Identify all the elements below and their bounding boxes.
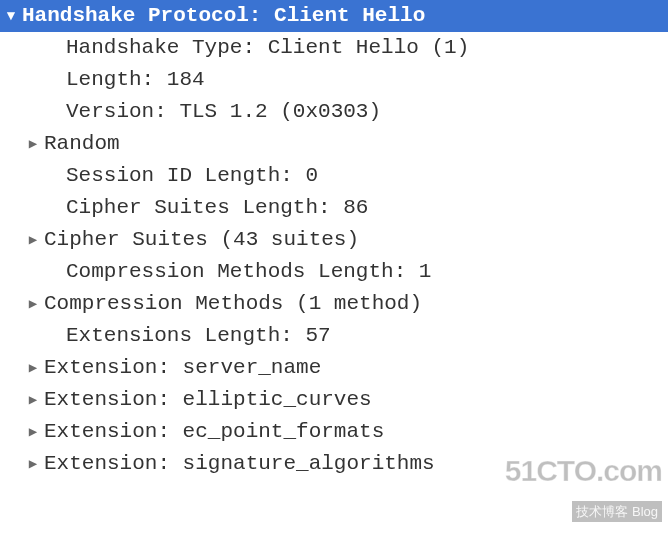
tree-node[interactable]: Session ID Length: 0: [0, 160, 668, 192]
tree-node-label: Compression Methods Length: 1: [66, 256, 431, 288]
tree-node[interactable]: ▶Compression Methods (1 method): [0, 288, 668, 320]
expand-arrow-icon[interactable]: ▶: [22, 358, 44, 379]
tree-node[interactable]: ▶Extension: signature_algorithms: [0, 448, 668, 480]
tree-node[interactable]: Cipher Suites Length: 86: [0, 192, 668, 224]
expand-arrow-icon[interactable]: ▶: [22, 134, 44, 155]
tree-node-label: Cipher Suites Length: 86: [66, 192, 368, 224]
tree-node[interactable]: Handshake Type: Client Hello (1): [0, 32, 668, 64]
tree-node[interactable]: Version: TLS 1.2 (0x0303): [0, 96, 668, 128]
tree-node-label: Version: TLS 1.2 (0x0303): [66, 96, 381, 128]
expand-arrow-icon[interactable]: ▼: [0, 6, 22, 27]
tree-node-label: Compression Methods (1 method): [44, 288, 422, 320]
tree-node-label: Extensions Length: 57: [66, 320, 331, 352]
expand-arrow-icon[interactable]: ▶: [22, 390, 44, 411]
tree-node-label: Cipher Suites (43 suites): [44, 224, 359, 256]
tree-node-label: Handshake Protocol: Client Hello: [22, 0, 425, 32]
tree-node-label: Length: 184: [66, 64, 205, 96]
tree-node[interactable]: Length: 184: [0, 64, 668, 96]
expand-arrow-icon[interactable]: ▶: [22, 230, 44, 251]
tree-node-label: Handshake Type: Client Hello (1): [66, 32, 469, 64]
tree-node[interactable]: ▶Extension: server_name: [0, 352, 668, 384]
tree-node[interactable]: Compression Methods Length: 1: [0, 256, 668, 288]
tree-node[interactable]: ▶Extension: ec_point_formats: [0, 416, 668, 448]
expand-arrow-icon[interactable]: ▶: [22, 294, 44, 315]
tree-node-label: Extension: ec_point_formats: [44, 416, 384, 448]
tree-node-label: Extension: server_name: [44, 352, 321, 384]
tree-node[interactable]: ▶Cipher Suites (43 suites): [0, 224, 668, 256]
tree-node-label: Session ID Length: 0: [66, 160, 318, 192]
expand-arrow-icon[interactable]: ▶: [22, 454, 44, 475]
tree-node-handshake-protocol[interactable]: ▼ Handshake Protocol: Client Hello: [0, 0, 668, 32]
tree-node[interactable]: ▶Extension: elliptic_curves: [0, 384, 668, 416]
packet-tree: ▼ Handshake Protocol: Client Hello Hands…: [0, 0, 668, 480]
tree-node-label: Extension: elliptic_curves: [44, 384, 372, 416]
tree-node[interactable]: ▶Random: [0, 128, 668, 160]
expand-arrow-icon[interactable]: ▶: [22, 422, 44, 443]
tree-node[interactable]: Extensions Length: 57: [0, 320, 668, 352]
tree-node-label: Extension: signature_algorithms: [44, 448, 435, 480]
tree-node-label: Random: [44, 128, 120, 160]
